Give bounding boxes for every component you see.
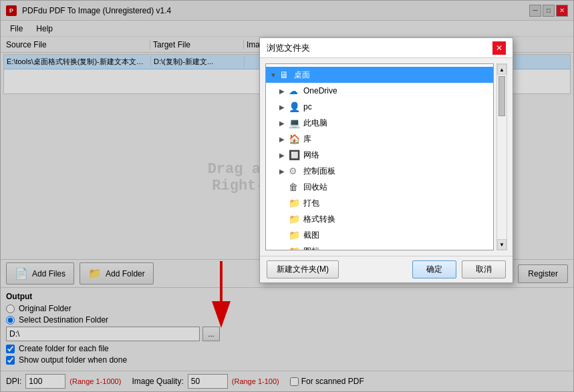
folder-icons-icon: 📁 — [289, 246, 301, 250]
computer-icon: 💻 — [289, 118, 301, 128]
chevron-right-icon: ▶ — [279, 152, 289, 159]
tree-label-screenshot: 截图 — [303, 230, 319, 241]
browse-folder-dialog: 浏览文件夹 ✕ ▼ 🖥 桌面 ▶ ☁ OneDrive — [259, 37, 513, 283]
scroll-thumb[interactable] — [498, 76, 505, 116]
tree-item-onedrive[interactable]: ▶ ☁ OneDrive — [266, 83, 493, 99]
recycle-bin-icon: 🗑 — [289, 182, 301, 192]
person-icon: 👤 — [289, 102, 301, 112]
cancel-button[interactable]: 取消 — [462, 260, 506, 278]
onedrive-icon: ☁ — [289, 85, 301, 96]
scroll-down-button[interactable]: ▼ — [497, 239, 507, 250]
network-icon: 🔲 — [289, 150, 301, 160]
dialog-action-buttons: 确定 取消 — [412, 260, 506, 278]
chevron-down-icon: ▼ — [270, 71, 279, 79]
dialog-body: ▼ 🖥 桌面 ▶ ☁ OneDrive ▶ 👤 pc — [260, 58, 513, 256]
dialog-title: 浏览文件夹 — [267, 42, 310, 54]
chevron-right-icon: ▶ — [279, 120, 289, 127]
tree-item-pack[interactable]: 📁 打包 — [266, 195, 493, 211]
scroll-up-button[interactable]: ▲ — [497, 64, 507, 75]
tree-item-library[interactable]: ▶ 🏠 库 — [266, 131, 493, 147]
tree-label-pack: 打包 — [303, 198, 319, 209]
tree-label-control-panel: 控制面板 — [303, 166, 335, 177]
new-folder-button[interactable]: 新建文件夹(M) — [267, 260, 339, 278]
desktop-icon: 🖥 — [279, 69, 291, 80]
chevron-right-icon: ▶ — [279, 168, 289, 175]
tree-item-recycle[interactable]: 🗑 回收站 — [266, 179, 493, 195]
tree-label-library: 库 — [303, 134, 311, 145]
folder-format-icon: 📁 — [289, 214, 301, 224]
tree-label-desktop: 桌面 — [294, 69, 310, 81]
chevron-right-icon: ▶ — [279, 87, 289, 95]
confirm-button[interactable]: 确定 — [412, 260, 456, 278]
tree-item-desktop[interactable]: ▼ 🖥 桌面 — [266, 67, 493, 83]
folder-tree[interactable]: ▼ 🖥 桌面 ▶ ☁ OneDrive ▶ 👤 pc — [265, 63, 494, 250]
main-window: P PDFdu PDF To Image (Unregistered) v1.4… — [0, 0, 574, 392]
tree-item-network[interactable]: ▶ 🔲 网络 — [266, 147, 493, 163]
tree-item-control-panel[interactable]: ▶ ⚙ 控制面板 — [266, 163, 493, 179]
tree-label-network: 网络 — [303, 150, 319, 161]
tree-item-screenshot[interactable]: 📁 截图 — [266, 227, 493, 243]
folder-pack-icon: 📁 — [289, 198, 301, 208]
chevron-right-icon: ▶ — [279, 136, 289, 143]
tree-label-recycle: 回收站 — [303, 182, 327, 193]
tree-label-onedrive: OneDrive — [303, 86, 337, 95]
dialog-close-button[interactable]: ✕ — [492, 41, 506, 55]
tree-item-pc[interactable]: ▶ 👤 pc — [266, 99, 493, 115]
tree-scrollbar[interactable]: ▲ ▼ — [496, 63, 507, 250]
tree-label-pc: pc — [303, 102, 312, 112]
chevron-right-icon: ▶ — [279, 104, 289, 111]
folder-icon: 🏠 — [289, 134, 301, 144]
tree-item-icons[interactable]: 📁 图标 — [266, 243, 493, 250]
tree-label-icons: 图标 — [303, 246, 319, 251]
scroll-track — [497, 118, 507, 239]
dialog-overlay: 浏览文件夹 ✕ ▼ 🖥 桌面 ▶ ☁ OneDrive — [1, 1, 573, 391]
control-panel-icon: ⚙ — [289, 166, 301, 176]
tree-label-computer: 此电脑 — [303, 118, 327, 129]
tree-item-format[interactable]: 📁 格式转换 — [266, 211, 493, 227]
dialog-title-bar: 浏览文件夹 ✕ — [260, 38, 513, 58]
tree-item-computer[interactable]: ▶ 💻 此电脑 — [266, 115, 493, 131]
folder-screenshot-icon: 📁 — [289, 230, 301, 240]
tree-label-format: 格式转换 — [303, 214, 335, 225]
dialog-footer: 新建文件夹(M) 确定 取消 — [260, 256, 513, 282]
